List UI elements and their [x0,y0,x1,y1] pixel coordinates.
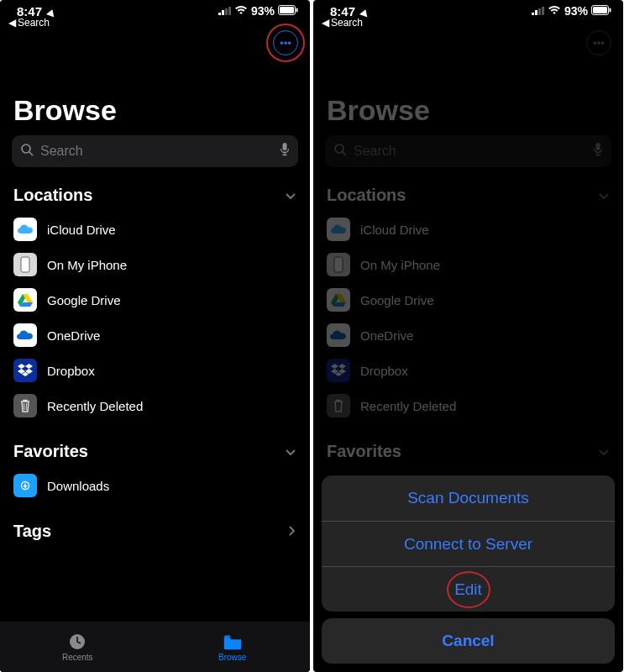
location-item-google-drive[interactable]: Google Drive [0,282,310,318]
wifi-icon [548,4,561,18]
list-item-label: Recently Deleted [47,399,143,413]
tab-label: Recents [62,653,93,662]
list-item-label: On My iPhone [47,258,127,272]
location-item-recently-deleted: Recently Deleted [313,388,623,423]
svg-marker-11 [25,364,33,369]
battery-percent: 93% [251,4,275,18]
back-to-search[interactable]: ◀ Search [313,17,623,34]
list-item-label: Google Drive [47,293,121,307]
list-item-label: OneDrive [47,328,100,343]
onedrive-icon [13,323,37,347]
favorites-section: Favorites Downloads [0,442,310,503]
trash-icon [13,394,37,417]
search-input[interactable] [40,144,273,159]
list-item-label: On My iPhone [360,258,440,272]
tab-bar: Recents Browse [0,622,310,672]
status-time: 8:47 [330,4,355,18]
svg-line-23 [343,152,346,155]
search-icon [333,143,347,160]
locations-title: Locations [327,186,406,205]
svg-point-3 [22,144,30,153]
tab-browse[interactable]: Browse [155,622,311,672]
location-item-icloud[interactable]: iCloud Drive [0,212,310,247]
favorites-title: Favorites [327,442,401,461]
folder-icon [223,633,243,651]
list-item-label: iCloud Drive [360,223,429,237]
chevron-down-icon [598,186,610,205]
wifi-icon [234,4,248,18]
phone-right: 8:47 93% ◀ Search ••• Browse Locations [313,0,623,672]
location-item-onedrive[interactable]: OneDrive [0,318,310,353]
cellular-signal-icon [218,7,231,15]
tags-title: Tags [13,522,51,541]
location-services-icon [45,4,55,18]
list-item-label: Dropbox [47,364,95,378]
list-item-label: iCloud Drive [47,223,116,237]
chevron-down-icon [285,442,296,461]
microphone-icon[interactable] [280,142,290,160]
locations-header[interactable]: Locations [0,186,310,205]
google-drive-icon [13,288,37,312]
svg-marker-29 [331,364,338,369]
favorite-item-downloads[interactable]: Downloads [0,468,310,503]
iphone-icon [13,253,37,276]
chevron-down-icon [598,442,610,461]
location-item-recently-deleted[interactable]: Recently Deleted [0,388,310,423]
back-caret-icon: ◀ [322,17,329,29]
list-item-label: Recently Deleted [360,399,456,413]
battery-icon [278,4,298,18]
location-item-dropbox[interactable]: Dropbox [0,353,310,388]
svg-rect-5 [283,143,287,150]
location-item-google-drive: Google Drive [313,282,623,318]
action-edit[interactable]: Edit [322,566,615,612]
icloud-icon [13,218,37,241]
search-field[interactable] [12,135,298,167]
more-options-button[interactable]: ••• [586,30,611,55]
favorites-header: Favorites [313,442,623,461]
search-field [325,135,611,167]
action-cancel[interactable]: Cancel [322,618,615,664]
location-item-on-my-iphone: On My iPhone [313,247,623,282]
svg-line-4 [29,152,33,155]
status-time: 8:47 [17,4,42,18]
list-item-label: Dropbox [360,364,408,378]
battery-percent: 93% [564,4,588,18]
search-input [354,144,586,159]
list-item-label: Downloads [47,479,109,493]
microphone-icon [593,142,603,160]
location-item-icloud: iCloud Drive [313,212,623,247]
back-to-search[interactable]: ◀ Search [0,17,310,34]
icloud-icon [327,218,350,241]
locations-section: Locations iCloud Drive On My iPhone Goog… [313,186,623,423]
svg-rect-25 [334,257,343,272]
favorites-header[interactable]: Favorites [0,442,310,461]
locations-title: Locations [13,186,92,205]
more-options-button[interactable]: ••• [273,30,298,55]
list-item-label: OneDrive [360,328,413,343]
location-services-icon [359,4,369,18]
action-sheet: Scan Documents Connect to Server Edit Ca… [322,475,615,664]
dropbox-icon [327,359,350,382]
tab-recents[interactable]: Recents [0,622,155,672]
favorites-section: Favorites [313,442,623,461]
tags-header[interactable]: Tags [0,522,310,541]
search-icon [20,143,34,160]
ellipsis-icon: ••• [280,37,291,50]
svg-marker-10 [18,364,25,369]
onedrive-icon [327,323,350,347]
chevron-down-icon [285,186,296,205]
locations-section: Locations iCloud Drive On My iPhone Goog… [0,186,310,423]
battery-icon [591,4,611,18]
svg-rect-21 [610,8,611,13]
location-item-on-my-iphone[interactable]: On My iPhone [0,247,310,282]
cellular-signal-icon [532,7,544,15]
tab-label: Browse [218,653,246,662]
clock-icon [67,633,87,651]
page-title: Browse [313,71,623,135]
svg-rect-24 [596,143,600,150]
iphone-icon [327,253,350,276]
action-scan-documents[interactable]: Scan Documents [322,475,615,521]
tags-section: Tags [0,522,310,541]
action-connect-to-server[interactable]: Connect to Server [322,521,615,566]
downloads-folder-icon [13,474,37,497]
